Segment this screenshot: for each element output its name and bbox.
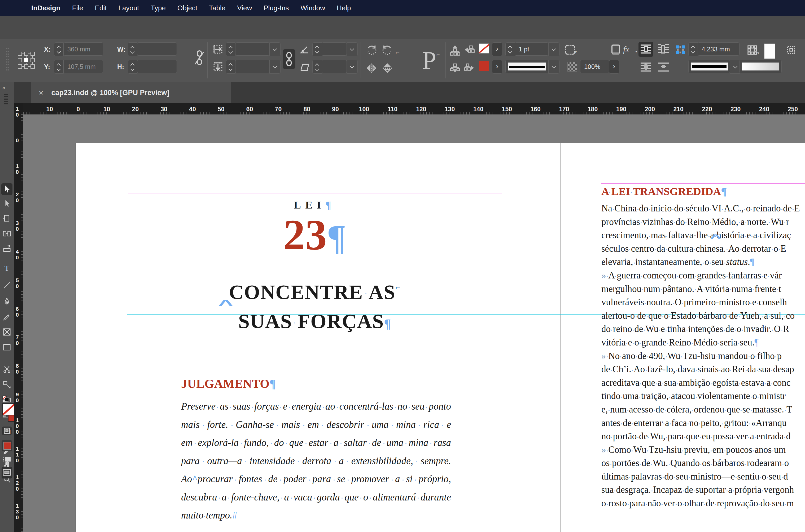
tab-close-icon[interactable]: × (39, 88, 43, 97)
h-field[interactable] (137, 60, 177, 73)
rotation-stepper[interactable] (312, 42, 322, 56)
stroke-options-expander[interactable]: › (492, 60, 502, 74)
menu-item-table[interactable]: Table (209, 4, 225, 12)
frame-tool[interactable] (1, 326, 13, 338)
selection-tool[interactable] (1, 183, 13, 195)
menu-item-layout[interactable]: Layout (118, 4, 139, 12)
menu-item-plugins[interactable]: Plug-Ins (263, 4, 289, 12)
menu-item-help[interactable]: Help (337, 4, 351, 12)
reference-point-proxy[interactable] (17, 51, 36, 70)
rectangle-tool[interactable] (1, 341, 13, 353)
free-transform-tool[interactable] (1, 379, 13, 391)
page-tool[interactable] (1, 213, 13, 224)
h-stepper[interactable] (128, 60, 138, 74)
object-styles-grid-icon[interactable]: ▾ (747, 44, 757, 56)
content-collector-tool[interactable] (1, 243, 13, 254)
left-page-margin-guide-top[interactable] (128, 193, 502, 193)
panel-menu-icon[interactable] (786, 44, 797, 56)
w-field[interactable] (137, 42, 177, 56)
wrap-around-object-shape-button[interactable] (656, 42, 671, 57)
screen-mode-button[interactable] (2, 467, 12, 478)
document-tab[interactable]: × cap23.indd @ 100% [GPU Preview] (31, 82, 231, 103)
menu-item-view[interactable]: View (237, 4, 252, 12)
corner-radius-field[interactable]: 4,233 mm (698, 42, 739, 56)
stroke-weight-field[interactable]: 1 pt (515, 42, 549, 56)
direct-selection-tool[interactable] (1, 198, 13, 210)
scale-x-stepper[interactable] (226, 42, 235, 56)
select-previous-object-icon[interactable] (449, 62, 461, 75)
y-stepper[interactable] (54, 60, 63, 74)
formatting-affects-text-icon[interactable]: T (8, 428, 12, 436)
scale-x-field[interactable] (235, 42, 270, 56)
gap-tool[interactable] (1, 228, 13, 240)
horizontal-ruler[interactable]: 1001020304050607080901001101201301401501… (23, 103, 805, 114)
fill-options-expander[interactable]: › (492, 42, 502, 56)
rotate-counterclockwise-icon[interactable] (381, 44, 394, 57)
menu-item-object[interactable]: Object (177, 4, 197, 12)
rotate-clockwise-icon[interactable] (365, 44, 378, 57)
scale-y-field[interactable] (235, 60, 270, 73)
shear-field[interactable] (322, 60, 347, 73)
vertical-ruler[interactable]: 1 001 02 03 04 05 06 07 08 09 01 0 01 1 … (14, 114, 23, 532)
constrain-dimensions-broken-link-icon[interactable] (194, 49, 205, 68)
menu-item-file[interactable]: File (72, 4, 83, 12)
judgment-line: Preserve as suas forças e energia ao con… (181, 397, 451, 416)
apply-color-button[interactable] (2, 440, 12, 451)
effects-fx-button[interactable]: fx (623, 44, 629, 54)
corner-options-icon[interactable]: ▾ (564, 44, 576, 57)
left-page-margin-guide-right[interactable] (502, 193, 502, 532)
line-tool[interactable] (1, 280, 13, 291)
opacity-field[interactable]: 100% (580, 60, 609, 73)
scale-x-dropdown[interactable] (269, 42, 280, 56)
constrain-scale-link-icon[interactable] (283, 49, 295, 69)
default-fill-stroke-icon[interactable] (2, 395, 10, 402)
x-stepper[interactable] (54, 42, 63, 56)
object-style-field[interactable] (688, 60, 730, 73)
drop-shadow-icon[interactable] (610, 43, 622, 57)
select-next-object-icon[interactable] (463, 62, 475, 75)
panel-grip-handle[interactable] (6, 48, 10, 72)
fill-color-none-swatch[interactable] (479, 43, 489, 54)
flip-horizontal-icon[interactable] (365, 62, 378, 75)
select-content-left-icon[interactable] (463, 44, 475, 57)
menu-item-indesign[interactable]: InDesign (31, 4, 60, 12)
menu-item-edit[interactable]: Edit (95, 4, 107, 12)
x-field[interactable]: 360 mm (63, 42, 103, 56)
corner-radius-stepper[interactable] (688, 42, 698, 56)
stroke-style-field[interactable] (506, 60, 549, 73)
document-canvas[interactable]: LEI¶ 23¶ CONCENTRE AS⌐ SUAS FORÇAS¶ ^ JU… (23, 114, 805, 532)
pencil-tool[interactable] (1, 311, 13, 323)
stroke-weight-stepper[interactable] (506, 42, 515, 56)
corner-radius-proxy-icon[interactable] (675, 44, 686, 56)
stroke-style-dropdown[interactable] (548, 60, 560, 74)
stroke-weight-dropdown[interactable] (548, 42, 560, 56)
shear-stepper[interactable] (312, 60, 322, 74)
w-stepper[interactable] (128, 42, 138, 56)
shear-dropdown[interactable] (347, 60, 358, 74)
scissors-tool[interactable] (1, 363, 13, 375)
type-tool[interactable]: T (1, 262, 13, 274)
opacity-expander[interactable]: › (609, 60, 619, 74)
scale-y-stepper[interactable] (226, 60, 235, 74)
gradient-ramp-field[interactable] (739, 60, 782, 73)
menu-item-type[interactable]: Type (151, 4, 166, 12)
right-page-frame-guide-top[interactable] (601, 183, 805, 184)
no-text-wrap-button[interactable] (639, 61, 653, 73)
collapse-panel-icon[interactable]: » (2, 84, 5, 91)
jump-object-wrap-button[interactable] (656, 61, 671, 73)
rotation-dropdown[interactable] (347, 42, 358, 56)
fx-dropdown-arrow[interactable]: ▾ (635, 49, 637, 54)
stroke-color-swatch[interactable] (479, 61, 489, 71)
y-field[interactable]: 107,5 mm (63, 60, 103, 73)
tools-grip-handle[interactable] (4, 94, 8, 106)
fill-swatch-none[interactable] (2, 403, 14, 415)
scale-y-dropdown[interactable] (269, 60, 280, 74)
rotation-field[interactable] (322, 42, 347, 56)
pen-tool[interactable] (1, 296, 13, 308)
flip-vertical-icon[interactable] (381, 62, 394, 75)
wrap-around-bounding-box-button[interactable] (639, 42, 653, 57)
apply-gradient-icon[interactable] (2, 455, 12, 464)
menu-item-window[interactable]: Window (301, 4, 325, 12)
swatch-preview-tile[interactable] (764, 43, 775, 59)
select-container-up-icon[interactable] (449, 44, 461, 57)
